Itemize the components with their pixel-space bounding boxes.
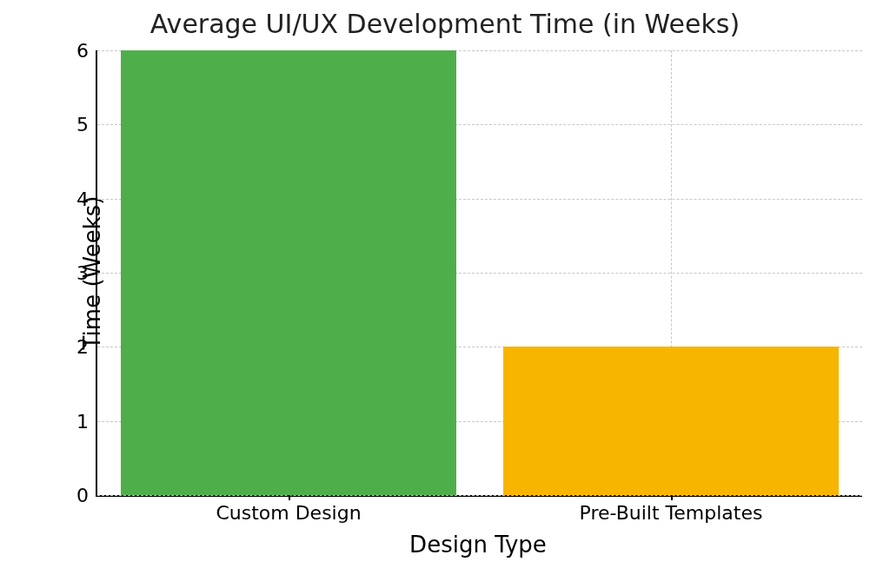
- y-tick-label: 1: [37, 410, 97, 432]
- y-tick-label: 5: [37, 114, 97, 135]
- x-tick-label: Pre-Built Templates: [580, 495, 763, 524]
- x-tick-label: Custom Design: [216, 495, 361, 524]
- y-tick-label: 6: [37, 40, 97, 62]
- bar-custom-design: [121, 50, 456, 495]
- y-tick-label: 3: [37, 262, 97, 284]
- chart-title: Average UI/UX Development Time (in Weeks…: [0, 9, 890, 39]
- bar-prebuilt-templates: [503, 347, 839, 495]
- y-tick-label: 2: [37, 336, 97, 358]
- plot-area: 0 1 2 3 4 5 6 Custom Design Pre-Built Te…: [96, 50, 862, 497]
- y-tick-label: 4: [37, 188, 97, 209]
- chart-container: Average UI/UX Development Time (in Weeks…: [0, 0, 890, 588]
- x-axis-label: Design Type: [96, 532, 860, 558]
- y-tick-label: 0: [37, 485, 97, 506]
